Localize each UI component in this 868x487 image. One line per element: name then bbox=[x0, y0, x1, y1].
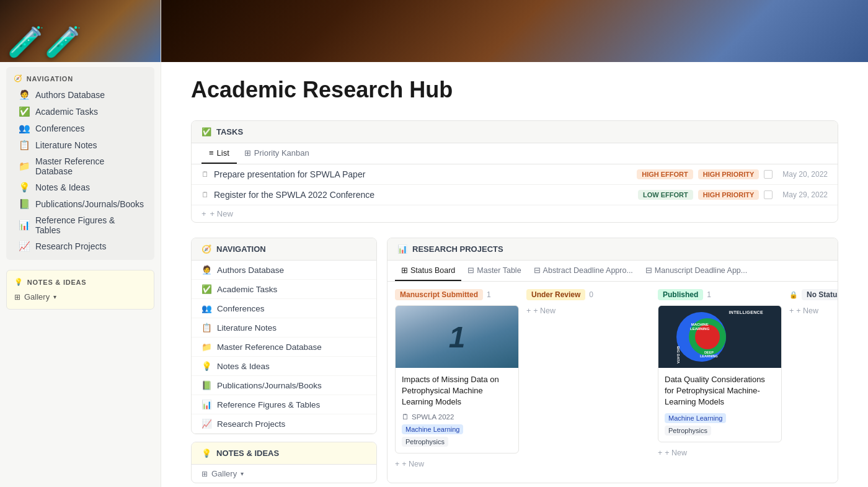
tag-ml-1: Machine Learning bbox=[402, 424, 463, 434]
add-new-task-button[interactable]: + + New bbox=[192, 205, 838, 222]
sidebar-item-authors[interactable]: 🧑‍💼 Authors Database bbox=[9, 87, 152, 103]
nav-notes-label: Notes & Ideas bbox=[217, 362, 270, 371]
nav-item-authors[interactable]: 🧑‍💼 Authors Database bbox=[192, 261, 376, 280]
task-name-2[interactable]: Register for the SPWLA 2022 Conference bbox=[214, 190, 633, 200]
nav-item-publications[interactable]: 📗 Publications/Journals/Books bbox=[192, 376, 376, 395]
task-page-icon-2: 🗒 bbox=[202, 190, 209, 199]
tab-kanban-label: Priority Kanban bbox=[254, 148, 309, 158]
notes-box: 💡 NOTES & IDEAS ⊞ Gallery ▾ bbox=[191, 442, 377, 483]
publications-icon: 📗 bbox=[19, 199, 30, 210]
nav-literature-label: Literature Notes bbox=[217, 323, 277, 333]
card-1-body: Impacts of Missing Data on Petrophysical… bbox=[396, 368, 518, 453]
reference-figures-icon: 📊 bbox=[19, 220, 30, 231]
task-row: 🗒 Register for the SPWLA 2022 Conference… bbox=[192, 185, 838, 205]
master-ref-icon: 📁 bbox=[19, 161, 30, 172]
nav-conferences-icon: 👥 bbox=[202, 303, 212, 313]
nav-item-research[interactable]: 📈 Research Projects bbox=[192, 414, 376, 434]
nav-item-notes[interactable]: 💡 Notes & Ideas bbox=[192, 357, 376, 376]
submitted-count: 1 bbox=[487, 290, 491, 299]
nav-box-icon: 🧭 bbox=[202, 244, 211, 254]
add-card-review[interactable]: + + New bbox=[526, 305, 650, 316]
add-card-submitted[interactable]: + + New bbox=[395, 458, 519, 470]
task-checkbox-2[interactable] bbox=[764, 190, 773, 199]
nav-item-ref-figures[interactable]: 📊 Reference Figures & Tables bbox=[192, 395, 376, 414]
submitted-label: Manuscript Submitted bbox=[395, 289, 483, 300]
priority-badge-1: HIGH PRIORITY bbox=[698, 169, 760, 179]
sidebar-item-notes[interactable]: 💡 Notes & Ideas bbox=[9, 179, 152, 195]
add-card-published[interactable]: + + New bbox=[658, 447, 782, 458]
add-card-no-status[interactable]: + + New bbox=[789, 305, 838, 316]
sidebar-item-research-projects-label: Research Projects bbox=[35, 241, 106, 251]
nav-notes-icon: 💡 bbox=[202, 361, 212, 371]
plus-icon: + bbox=[202, 209, 206, 218]
nav-item-literature[interactable]: 📋 Literature Notes bbox=[192, 318, 376, 337]
nav-item-master-ref[interactable]: 📁 Master Reference Database bbox=[192, 337, 376, 357]
notes-gallery-label: Gallery bbox=[24, 292, 50, 302]
nav-item-conferences[interactable]: 👥 Conferences bbox=[192, 299, 376, 318]
sidebar-item-reference-figures[interactable]: 📊 Reference Figures & Tables bbox=[9, 213, 152, 238]
ml-machine-label: MACHINELEARNING bbox=[690, 323, 709, 331]
kanban-col-published: Published 1 INTELLIGENCE MACHINELEARNING bbox=[658, 289, 782, 473]
add-card-ns-plus: + bbox=[789, 306, 794, 315]
card-1-meta-icon: 🗒 bbox=[402, 413, 409, 421]
add-card-pub-label: + New bbox=[665, 449, 687, 457]
nav-box-title: NAVIGATION bbox=[216, 244, 266, 254]
research-tab-abstract[interactable]: ⊟ Abstract Deadline Appro... bbox=[528, 261, 639, 281]
kanban-card-1[interactable]: 1 Impacts of Missing Data on Petrophysic… bbox=[395, 305, 519, 453]
nav-box: 🧭 NAVIGATION 🧑‍💼 Authors Database ✅ Acad… bbox=[191, 238, 377, 434]
research-tab-manuscript[interactable]: ⊟ Manuscript Deadline App... bbox=[639, 261, 753, 281]
published-label: Published bbox=[658, 289, 703, 300]
sidebar-item-master-ref[interactable]: 📁 Master Reference Database bbox=[9, 154, 152, 179]
research-tab-master-table[interactable]: ⊟ Master Table bbox=[461, 261, 527, 281]
master-table-icon: ⊟ bbox=[467, 266, 474, 275]
gallery-icon: ⊞ bbox=[202, 470, 208, 478]
tasks-tab-bar: ≡ List ⊞ Priority Kanban bbox=[192, 143, 838, 164]
sidebar-item-publications[interactable]: 📗 Publications/Journals/Books bbox=[9, 196, 152, 212]
tab-priority-kanban[interactable]: ⊞ Priority Kanban bbox=[237, 143, 317, 164]
no-status-lock-icon: 🔒 bbox=[789, 291, 798, 299]
notes-nav-icon: 💡 bbox=[19, 182, 30, 193]
kanban-col-no-status-header: 🔒 No Status 0 ＋ bbox=[789, 289, 838, 300]
sidebar-item-academic-tasks-label: Academic Tasks bbox=[35, 107, 98, 117]
research-tab-status-board[interactable]: ⊞ Status Board bbox=[395, 261, 461, 281]
master-table-label: Master Table bbox=[477, 266, 521, 275]
bottom-columns: 🧭 NAVIGATION 🧑‍💼 Authors Database ✅ Acad… bbox=[161, 238, 868, 483]
notes-ideas-title: NOTES & IDEAS bbox=[27, 279, 87, 286]
card-1-meta: 🗒 SPWLA 2022 bbox=[402, 413, 512, 421]
sidebar-item-authors-label: Authors Database bbox=[35, 90, 105, 100]
nav-item-academic-tasks[interactable]: ✅ Academic Tasks bbox=[192, 280, 376, 299]
add-card-review-plus: + bbox=[526, 306, 531, 315]
notes-gallery-row[interactable]: ⊞ Gallery ▾ bbox=[7, 290, 154, 304]
kanban-col-submitted: Manuscript Submitted 1 1 Impacts of Miss… bbox=[395, 289, 519, 473]
task-checkbox-1[interactable] bbox=[764, 170, 773, 179]
add-new-label: + New bbox=[210, 209, 233, 218]
notes-ideas-header: 💡 NOTES & IDEAS bbox=[7, 275, 154, 290]
nav-ref-icon: 📊 bbox=[202, 400, 212, 409]
notes-gallery-bar[interactable]: ⊞ Gallery ▾ bbox=[192, 465, 376, 483]
task-page-icon: 🗒 bbox=[202, 170, 209, 179]
gallery-caret-icon: ▾ bbox=[241, 470, 244, 477]
no-status-label: No Status bbox=[802, 289, 838, 300]
add-card-label: + New bbox=[402, 460, 424, 468]
sidebar-item-research-projects[interactable]: 📈 Research Projects bbox=[9, 238, 152, 254]
kanban-col-published-header: Published 1 bbox=[658, 289, 782, 300]
card-2-title: Data Quality Considerations for Petrophy… bbox=[665, 374, 775, 408]
abstract-label: Abstract Deadline Appro... bbox=[543, 266, 633, 275]
task-name-1[interactable]: Prepare presentation for SPWLA Paper bbox=[214, 169, 632, 179]
main-content: Academic Research Hub ✅ TASKS ≡ List ⊞ P… bbox=[161, 0, 868, 487]
research-tab-bar: ⊞ Status Board ⊟ Master Table ⊟ Abstract… bbox=[388, 261, 838, 282]
task-row: 🗒 Prepare presentation for SPWLA Paper H… bbox=[192, 164, 838, 185]
tab-list[interactable]: ≡ List bbox=[202, 143, 237, 164]
kanban-board: Manuscript Submitted 1 1 Impacts of Miss… bbox=[388, 282, 838, 480]
kanban-card-2[interactable]: INTELLIGENCE MACHINELEARNING BIG DATA DE… bbox=[658, 305, 782, 442]
add-card-pub-plus: + bbox=[658, 449, 662, 457]
navigation-section: 🧭 NAVIGATION 🧑‍💼 Authors Database ✅ Acad… bbox=[6, 67, 154, 260]
card-1-title: Impacts of Missing Data on Petrophysical… bbox=[402, 374, 512, 408]
sidebar: 🧪🧪 🧭 NAVIGATION 🧑‍💼 Authors Database ✅ A… bbox=[0, 0, 161, 487]
page-cover-image bbox=[161, 0, 868, 62]
sidebar-item-conferences[interactable]: 👥 Conferences bbox=[9, 120, 152, 136]
conferences-icon: 👥 bbox=[19, 123, 30, 134]
nav-ref-label: Reference Figures & Tables bbox=[217, 400, 320, 409]
sidebar-item-literature[interactable]: 📋 Literature Notes bbox=[9, 137, 152, 153]
sidebar-item-academic-tasks[interactable]: ✅ Academic Tasks bbox=[9, 104, 152, 120]
